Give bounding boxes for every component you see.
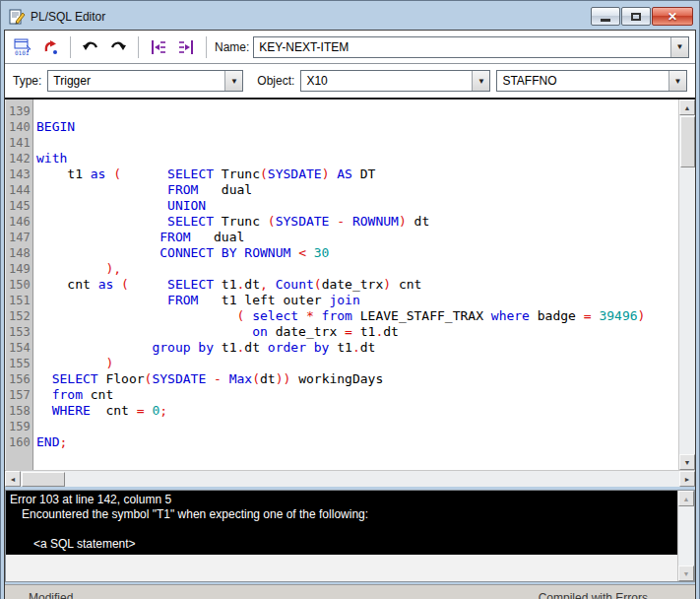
item-value: STAFFNO <box>497 71 668 91</box>
object-combobox[interactable]: X10 ▼ <box>300 70 490 92</box>
name-combobox[interactable]: KEY-NEXT-ITEM ▼ <box>253 36 689 58</box>
object-value: X10 <box>301 71 472 91</box>
line-number: 160 <box>9 434 32 450</box>
code-line <box>36 103 678 119</box>
code-line: cnt as ( SELECT t1.dt, Count(date_trx) c… <box>36 277 678 293</box>
scrollbar-track[interactable] <box>65 471 679 487</box>
code-line: CONNECT BY ROWNUM < 30 <box>36 245 678 261</box>
line-number: 149 <box>9 261 32 277</box>
toolbar-separator <box>70 36 71 58</box>
scroll-left-icon[interactable]: ◄ <box>5 471 21 487</box>
code-line: ), <box>36 261 678 277</box>
scroll-right-icon[interactable]: ► <box>679 471 695 487</box>
code-line: FROM dual <box>36 230 678 245</box>
close-icon: ✕ <box>668 10 677 24</box>
undo-icon[interactable] <box>79 35 102 59</box>
line-number: 159 <box>9 419 32 434</box>
code-line <box>36 419 678 434</box>
line-number: 141 <box>9 135 32 151</box>
line-number: 154 <box>9 340 32 356</box>
line-number: 143 <box>9 166 32 182</box>
code-lines[interactable]: BEGINwith t1 as ( SELECT Trunc(SYSDATE) … <box>33 100 678 470</box>
chevron-down-icon[interactable]: ▼ <box>668 71 686 91</box>
maximize-icon <box>631 13 641 21</box>
toolbar-separator <box>138 36 139 58</box>
window-title: PL/SQL Editor <box>31 10 591 24</box>
maximize-button[interactable] <box>621 7 651 26</box>
error-message-block: Error 103 at line 142, column 5Encounter… <box>6 491 677 555</box>
scroll-down-icon[interactable]: ▼ <box>679 454 695 470</box>
line-number: 142 <box>9 151 32 166</box>
minimize-icon <box>601 19 610 22</box>
scrollbar-track[interactable] <box>679 168 695 454</box>
chevron-down-icon[interactable]: ▼ <box>670 37 688 57</box>
type-label: Type: <box>13 74 41 88</box>
code-line: ( select * from LEAVE_STAFF_TRAX where b… <box>36 308 678 324</box>
toolbar: 0101 <box>5 31 695 64</box>
error-vertical-scrollbar[interactable]: ▲ ▼ <box>677 491 694 581</box>
status-bar: Modified Compiled with Errors <box>5 584 695 599</box>
line-number: 145 <box>9 198 32 214</box>
code-line: UNION <box>36 198 678 214</box>
code-line: on date_trx = t1.dt <box>36 324 678 340</box>
object-label: Object: <box>257 74 294 88</box>
name-label: Name: <box>215 40 249 54</box>
code-editor: 1391401411421431441451461471481491501511… <box>5 100 695 487</box>
gutter: 1391401411421431441451461471481491501511… <box>5 100 33 470</box>
code-line: WHERE cnt = 0; <box>36 403 678 419</box>
code-line <box>36 135 678 151</box>
line-number: 147 <box>9 230 32 245</box>
error-panel[interactable]: Error 103 at line 142, column 5Encounter… <box>5 490 695 582</box>
indent-icon[interactable] <box>147 35 170 59</box>
line-number: 151 <box>9 293 32 308</box>
code-line: with <box>36 151 678 166</box>
code-line: FROM dual <box>36 182 678 198</box>
type-value: Trigger <box>48 71 224 91</box>
toolbar-separator <box>206 36 207 58</box>
plsql-editor-window: PL/SQL Editor ✕ 0101 <box>0 0 700 599</box>
line-number: 157 <box>9 387 32 403</box>
scrollbar-thumb[interactable] <box>22 472 65 487</box>
minimize-button[interactable] <box>591 7 620 26</box>
scrollbar-track[interactable] <box>678 506 694 566</box>
scrollbar-thumb[interactable] <box>680 116 695 167</box>
status-compile-result: Compiled with Errors <box>539 591 648 599</box>
title-bar[interactable]: PL/SQL Editor ✕ <box>4 3 696 30</box>
code-line: SELECT Floor(SYSDATE - Max(dt)) workingD… <box>36 371 678 387</box>
line-number: 139 <box>9 103 32 119</box>
revert-icon[interactable] <box>38 35 62 59</box>
code-line: group by t1.dt order by t1.dt <box>36 340 678 356</box>
editor-client-area: 0101 <box>4 30 696 599</box>
horizontal-scrollbar[interactable]: ◄ ► <box>5 470 695 487</box>
chevron-down-icon[interactable]: ▼ <box>472 71 489 91</box>
name-value: KEY-NEXT-ITEM <box>254 37 670 57</box>
line-number: 146 <box>9 214 32 230</box>
chevron-down-icon[interactable]: ▼ <box>224 71 242 91</box>
redo-icon[interactable] <box>106 35 130 59</box>
line-number: 148 <box>9 245 32 261</box>
code-line: t1 as ( SELECT Trunc(SYSDATE) AS DT <box>36 166 678 182</box>
outdent-icon[interactable] <box>174 35 198 59</box>
svg-text:0101: 0101 <box>15 49 30 56</box>
item-combobox[interactable]: STAFFNO ▼ <box>496 70 687 92</box>
line-number: 144 <box>9 182 32 198</box>
error-panel-blank <box>6 555 677 581</box>
code-line: END; <box>36 434 678 450</box>
close-button[interactable]: ✕ <box>652 7 693 26</box>
code-line: SELECT Trunc (SYSDATE - ROWNUM) dt <box>36 214 678 230</box>
line-number: 155 <box>9 356 32 371</box>
scroll-down-icon[interactable]: ▼ <box>678 566 694 581</box>
error-line: Error 103 at line 142, column 5 <box>6 493 677 507</box>
line-number: 158 <box>9 403 32 419</box>
scroll-up-icon[interactable]: ▲ <box>679 100 695 115</box>
vertical-scrollbar[interactable]: ▲ ▼ <box>678 100 695 470</box>
selector-bar: Type: Trigger ▼ Object: X10 ▼ STAFFNO ▼ <box>5 64 695 100</box>
error-line: Encountered the symbol "T1" when expecti… <box>6 507 677 522</box>
compile-icon[interactable]: 0101 <box>11 35 34 59</box>
scroll-up-icon[interactable]: ▲ <box>678 491 694 506</box>
line-number: 140 <box>9 119 32 135</box>
line-number: 153 <box>9 324 32 340</box>
code-line: from cnt <box>36 387 678 403</box>
line-number: 152 <box>9 308 32 324</box>
type-combobox[interactable]: Trigger ▼ <box>47 70 243 92</box>
